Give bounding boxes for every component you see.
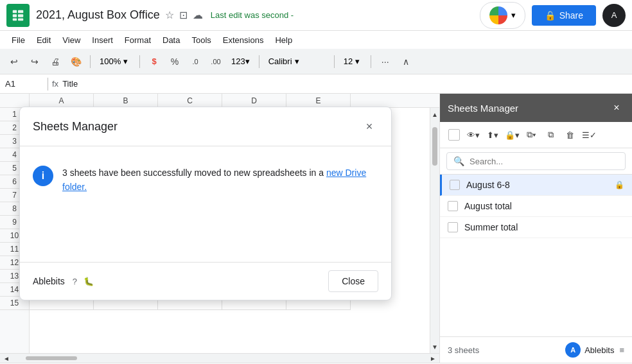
- menu-edit[interactable]: Edit: [31, 34, 56, 46]
- dialog-title: Sheets Manager: [33, 120, 360, 134]
- cloud-icon[interactable]: ☁: [193, 9, 203, 21]
- meet-icon: [489, 6, 507, 24]
- meet-button[interactable]: ▾: [480, 2, 525, 29]
- menu-data[interactable]: Data: [157, 34, 185, 46]
- format-value: 123▾: [231, 56, 250, 66]
- share-button[interactable]: 🔒 Share: [532, 5, 596, 26]
- sheet-lock-1: 🔒: [615, 180, 624, 189]
- panel-duplicate-button[interactable]: ⧉: [541, 126, 559, 144]
- dialog-close-button[interactable]: ×: [360, 117, 378, 135]
- font-size-chevron: ▾: [355, 56, 360, 66]
- menu-bar: File Edit View Insert Format Data Tools …: [0, 31, 632, 49]
- document-title: 2021, August Box Office: [36, 8, 160, 22]
- panel-upload-button[interactable]: ⬆▾: [484, 126, 502, 144]
- header-right: ▾ 🔒 Share A: [480, 2, 626, 29]
- bug-report-button[interactable]: 🐛: [83, 277, 94, 286]
- title-icon-group: ☆ ⊡ ☁: [165, 9, 203, 21]
- panel-eye-button[interactable]: 👁▾: [464, 126, 482, 144]
- toolbar-separator-1: [90, 55, 91, 68]
- zoom-dropdown[interactable]: 100% ▾: [96, 53, 134, 71]
- search-input[interactable]: [470, 157, 619, 166]
- svg-rect-5: [18, 18, 23, 21]
- star-icon[interactable]: ☆: [165, 9, 174, 21]
- print-button[interactable]: 🖨: [46, 53, 64, 71]
- panel-lock-button[interactable]: 🔒▾: [503, 126, 521, 144]
- sheets-count: 3 sheets: [448, 345, 565, 355]
- item-checkbox-3[interactable]: [448, 222, 458, 232]
- footer-brand-area: A Ablebits ≡: [565, 342, 624, 358]
- avatar-initials: A: [611, 10, 617, 20]
- cell-reference-input[interactable]: [5, 79, 44, 89]
- panel-toolbar: 👁▾ ⬆▾ 🔒▾ ⧉▾ ⧉ 🗑 ☰✓: [440, 122, 632, 148]
- font-size-dropdown[interactable]: 12 ▾: [340, 53, 365, 71]
- toolbar-separator-2: [139, 55, 140, 68]
- svg-rect-3: [18, 10, 23, 13]
- paint-format-button[interactable]: 🎨: [67, 53, 85, 71]
- menu-insert[interactable]: Insert: [87, 34, 118, 46]
- list-item[interactable]: August 6-8 🔒: [440, 175, 632, 196]
- menu-format[interactable]: Format: [119, 34, 156, 46]
- panel-search: 🔍: [440, 148, 632, 175]
- percent-button[interactable]: %: [166, 53, 184, 71]
- sheets-dialog: Sheets Manager × i 3 sheets have been su…: [19, 107, 392, 300]
- share-label: Share: [559, 10, 583, 21]
- collapse-toolbar-button[interactable]: ∧: [397, 53, 415, 71]
- panel-footer: 3 sheets A Ablebits ≡: [440, 336, 632, 363]
- menu-help[interactable]: Help: [270, 34, 297, 46]
- title-bar: 2021, August Box Office ☆ ⊡ ☁ Last edit …: [0, 0, 632, 31]
- panel-close-button[interactable]: ×: [609, 100, 624, 116]
- menu-tools[interactable]: Tools: [186, 34, 216, 46]
- menu-file[interactable]: File: [6, 34, 30, 46]
- svg-rect-4: [18, 14, 23, 17]
- toolbar-separator-4: [334, 55, 335, 68]
- close-dialog-button[interactable]: Close: [328, 270, 378, 292]
- formula-input[interactable]: [62, 79, 627, 89]
- help-button[interactable]: ?: [73, 277, 77, 286]
- font-value: Calibri: [268, 56, 292, 66]
- item-checkbox-1[interactable]: [450, 180, 460, 190]
- font-dropdown[interactable]: Calibri ▾: [265, 53, 329, 71]
- ablebits-logo: A: [565, 342, 581, 358]
- app-icon: [6, 4, 30, 27]
- decimal-decrease-button[interactable]: .0: [186, 53, 204, 71]
- decimal-increase-button[interactable]: .00: [207, 53, 225, 71]
- last-edit-status[interactable]: Last edit was second -: [211, 10, 480, 20]
- panel-list: August 6-8 🔒 August total Summer total: [440, 175, 632, 336]
- sheet-name-1: August 6-8: [466, 180, 608, 190]
- undo-button[interactable]: ↩: [5, 53, 23, 71]
- info-text: 3 sheets have been successfully moved to…: [62, 166, 378, 195]
- sheet-name-3: Summer total: [464, 222, 624, 232]
- font-chevron: ▾: [295, 56, 299, 66]
- info-icon: i: [33, 166, 53, 186]
- panel-copy-button[interactable]: ⧉▾: [522, 126, 540, 144]
- main-area: A B C D E 1 2 3 4 5 6 7 8 9 10 11 12 13 …: [0, 94, 632, 363]
- panel-checklist-button[interactable]: ☰✓: [580, 126, 598, 144]
- dialog-header: Sheets Manager ×: [20, 107, 391, 146]
- more-formats-button[interactable]: ···: [376, 53, 394, 71]
- footer-menu-icon[interactable]: ≡: [619, 345, 624, 355]
- footer-ablebits-label: Ablebits: [584, 345, 614, 355]
- panel-select-all-checkbox[interactable]: [448, 129, 460, 141]
- currency-button[interactable]: $: [145, 53, 163, 71]
- list-item[interactable]: Summer total: [440, 217, 632, 238]
- user-avatar[interactable]: A: [602, 4, 626, 27]
- spreadsheet: A B C D E 1 2 3 4 5 6 7 8 9 10 11 12 13 …: [0, 94, 439, 363]
- info-message-text: 3 sheets have been successfully moved to…: [62, 168, 326, 178]
- meet-dropdown-icon: ▾: [511, 10, 516, 20]
- format-dropdown[interactable]: 123▾: [227, 53, 254, 71]
- formula-separator: [48, 78, 48, 91]
- font-size-value: 12: [344, 56, 353, 66]
- list-item[interactable]: August total: [440, 196, 632, 217]
- dialog-overlay: Sheets Manager × i 3 sheets have been su…: [0, 94, 439, 363]
- zoom-value: 100%: [100, 56, 121, 66]
- menu-view[interactable]: View: [57, 34, 85, 46]
- item-checkbox-2[interactable]: [448, 201, 458, 211]
- zoom-chevron: ▾: [123, 56, 128, 66]
- redo-button[interactable]: ↪: [26, 53, 44, 71]
- lock-icon: 🔒: [545, 10, 556, 21]
- info-message: i 3 sheets have been successfully moved …: [33, 166, 378, 195]
- move-icon[interactable]: ⊡: [179, 9, 188, 21]
- menu-extensions[interactable]: Extensions: [218, 34, 269, 46]
- toolbar: ↩ ↪ 🖨 🎨 100% ▾ $ % .0 .00 123▾ Calibri ▾…: [0, 49, 632, 74]
- panel-delete-button[interactable]: 🗑: [561, 126, 579, 144]
